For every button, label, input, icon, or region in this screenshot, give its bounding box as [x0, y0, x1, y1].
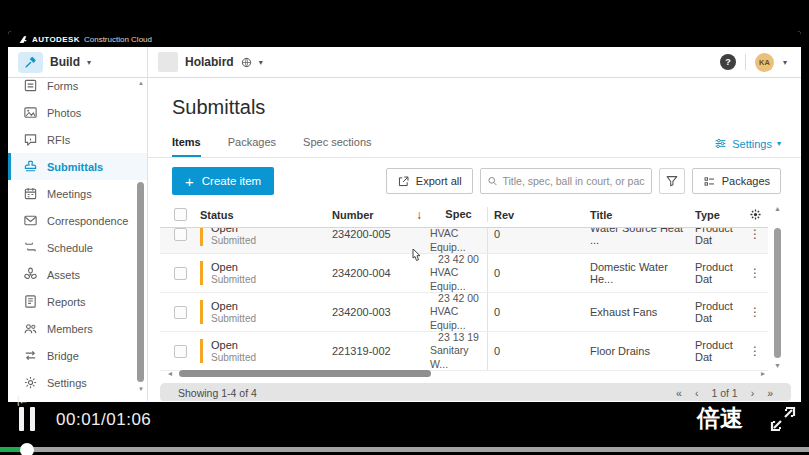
tab-packages[interactable]: Packages: [228, 136, 276, 157]
row-checkbox[interactable]: [174, 306, 187, 319]
settings-dropdown[interactable]: Settings ▾: [714, 137, 781, 157]
table-scroll-down-icon[interactable]: ▼: [774, 362, 781, 369]
number-cell: 234200-005: [320, 228, 408, 253]
next-page-icon[interactable]: ›: [751, 387, 755, 399]
row-checkbox[interactable]: [174, 228, 187, 241]
row-kebab-icon[interactable]: ⋮: [742, 228, 768, 253]
tab-spec-sections[interactable]: Spec sections: [303, 136, 371, 157]
spec-name: Sanitary W...: [430, 344, 487, 371]
product-switcher[interactable]: Build ▾: [8, 47, 148, 77]
photos-icon: [23, 105, 38, 120]
title-cell: Exhaust Fans: [574, 293, 687, 331]
sidebar-scrollbar-thumb[interactable]: [137, 182, 144, 382]
row-check-cell: [160, 254, 190, 292]
sidebar-item-bridge[interactable]: Bridge: [8, 342, 147, 369]
spec-code: 23 42 00: [438, 292, 479, 306]
status-cell: Open Submitted: [190, 332, 320, 370]
column-status[interactable]: Status: [190, 209, 320, 221]
type-cell: Product Dat: [687, 332, 742, 370]
brand-suffix: Construction Cloud: [84, 35, 152, 44]
sidebar-item-photos[interactable]: Photos: [8, 99, 147, 126]
tab-items[interactable]: Items: [172, 136, 201, 157]
sidebar-item-settings[interactable]: Settings: [8, 369, 147, 396]
sidebar-item-meetings[interactable]: Meetings: [8, 180, 147, 207]
row-checkbox[interactable]: [174, 345, 187, 358]
packages-label: Packages: [722, 175, 770, 187]
packages-list-icon: [703, 175, 716, 188]
settings-caret-icon: ▾: [777, 139, 781, 148]
table-row[interactable]: Open Submitted 234200-003 23 42 00 HVAC …: [160, 293, 768, 332]
create-item-button[interactable]: + Create item: [172, 167, 274, 195]
column-spec[interactable]: Spec: [430, 207, 488, 221]
sidebar-item-forms[interactable]: Forms: [8, 78, 147, 99]
filter-button[interactable]: [659, 168, 685, 194]
row-kebab-icon[interactable]: ⋮: [742, 293, 768, 331]
row-kebab-icon[interactable]: ⋮: [742, 332, 768, 370]
table-vertical-scrollbar-thumb[interactable]: [774, 228, 781, 358]
number-cell: 234200-003: [320, 293, 408, 331]
skip-to-start-icon[interactable]: |←: [17, 395, 28, 406]
plus-icon: +: [185, 174, 194, 189]
spec-name: HVAC Equip...: [430, 266, 487, 293]
title-cell: Floor Drains: [574, 332, 687, 370]
sidebar-item-label: Schedule: [47, 242, 93, 254]
table-header-row: Status Number ↓ Spec Rev Title Type: [160, 202, 768, 228]
progress-track[interactable]: [0, 447, 809, 452]
reports-icon: [23, 294, 38, 309]
column-number[interactable]: Number: [320, 209, 408, 221]
status-badge: Open Submitted: [200, 300, 256, 324]
table-row[interactable]: Open Submitted 221319-002 23 13 19 Sanit…: [160, 332, 768, 371]
search-input[interactable]: [502, 175, 644, 187]
table-row[interactable]: Open Submitted 234200-004 23 42 00 HVAC …: [160, 254, 768, 293]
column-title[interactable]: Title: [574, 209, 687, 221]
table-row[interactable]: Open Submitted 234200-005 23 42 00 HVAC …: [160, 228, 768, 254]
rev-cell: 0: [488, 293, 574, 331]
fullscreen-icon[interactable]: [768, 404, 798, 434]
sidebar-nav: Forms Photos RFIs Submittals: [8, 78, 147, 396]
help-button[interactable]: ?: [720, 54, 736, 70]
status-text: Open: [211, 300, 256, 312]
first-page-icon[interactable]: «: [676, 387, 682, 399]
sort-spacer: [408, 293, 430, 331]
row-kebab-icon[interactable]: ⋮: [742, 254, 768, 292]
sidebar-item-members[interactable]: Members: [8, 315, 147, 342]
prev-page-icon[interactable]: ‹: [695, 387, 699, 399]
spec-cell: 23 42 00 HVAC Equip...: [430, 254, 488, 292]
sidebar-item-schedule[interactable]: Schedule: [8, 234, 147, 261]
sidebar-item-rfis[interactable]: RFIs: [8, 126, 147, 153]
rev-cell: 0: [488, 254, 574, 292]
progress-knob[interactable]: [20, 443, 34, 455]
avatar[interactable]: KA: [755, 53, 774, 72]
project-selector[interactable]: Holabird ▾: [148, 52, 263, 72]
table-scroll-right-icon[interactable]: ▸: [761, 369, 765, 378]
row-check-cell: [160, 228, 190, 253]
playback-speed-button[interactable]: 倍速: [697, 403, 743, 434]
sidebar-item-assets[interactable]: Assets: [8, 261, 147, 288]
column-rev[interactable]: Rev: [488, 209, 574, 221]
sidebar-item-correspondence[interactable]: Correspondence: [8, 207, 147, 234]
product-name: Build: [50, 55, 80, 69]
sidebar-scroll-down-icon[interactable]: ▼: [138, 386, 144, 392]
select-all-checkbox[interactable]: [174, 208, 187, 221]
column-settings-gear-icon[interactable]: [742, 208, 768, 221]
column-type[interactable]: Type: [687, 209, 742, 221]
export-all-button[interactable]: Export all: [386, 168, 473, 194]
table-horizontal-scrollbar-thumb[interactable]: [179, 370, 431, 377]
pause-button[interactable]: [19, 407, 35, 431]
correspondence-envelope-icon: [23, 213, 38, 228]
search-icon: [487, 175, 498, 187]
app-header: Build ▾ Holabird ▾ ? KA ▾: [8, 47, 801, 78]
sidebar-scroll-up-icon[interactable]: ▲: [138, 80, 144, 86]
sidebar-item-reports[interactable]: Reports: [8, 288, 147, 315]
app-body: Forms Photos RFIs Submittals: [8, 78, 801, 401]
status-cell: Open Submitted: [190, 254, 320, 292]
sort-desc-icon[interactable]: ↓: [408, 208, 430, 222]
sidebar-item-submittals[interactable]: Submittals: [8, 153, 147, 180]
avatar-caret-icon[interactable]: ▾: [783, 58, 787, 67]
table-scroll-up-icon[interactable]: ▲: [774, 205, 781, 212]
table-scroll-left-icon[interactable]: ◂: [168, 369, 172, 378]
packages-button[interactable]: Packages: [692, 168, 781, 194]
toolbar-right: Export all Packages: [386, 168, 781, 194]
row-checkbox[interactable]: [174, 267, 187, 280]
last-page-icon[interactable]: »: [767, 387, 773, 399]
